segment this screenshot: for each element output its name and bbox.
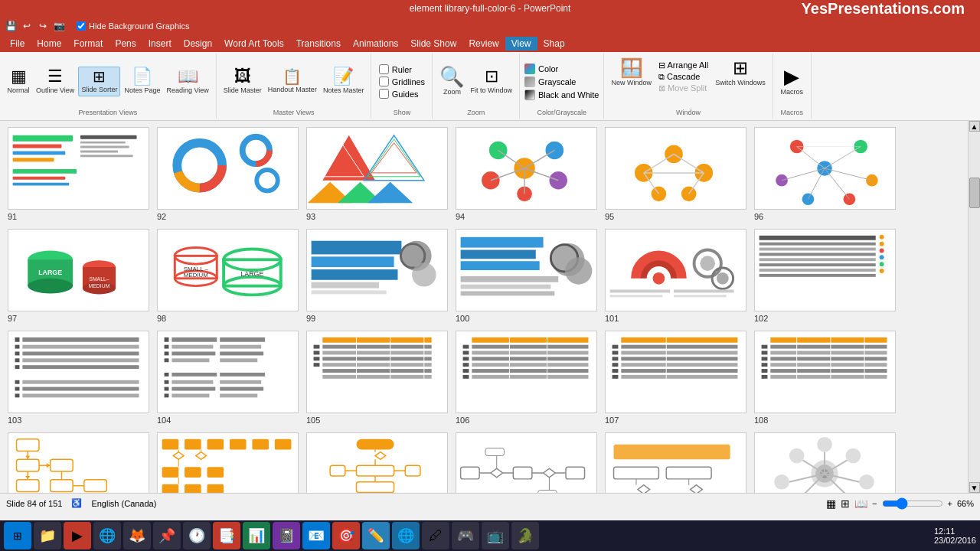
color-option[interactable]: Color	[524, 64, 599, 74]
scroll-down-btn[interactable]: ▼	[969, 482, 980, 493]
notes-master-btn[interactable]: 📝 Notes Master	[321, 67, 367, 96]
menu-design[interactable]: Design	[178, 37, 218, 51]
taskbar-extra2[interactable]: 📺	[482, 522, 509, 549]
slide-item-107[interactable]: 107	[605, 331, 746, 425]
slide-item-105[interactable]: 105	[306, 331, 448, 425]
slide-thumb-111[interactable]	[306, 432, 448, 493]
menu-animations[interactable]: Animations	[347, 37, 404, 51]
slide-thumb-109[interactable]	[8, 432, 149, 493]
slide-thumb-101[interactable]	[605, 229, 746, 311]
menu-wordart[interactable]: Word Art Tools	[218, 37, 290, 51]
slide-thumb-106[interactable]	[456, 331, 597, 413]
arrange-all-btn[interactable]: ⊟ Arrange All	[658, 60, 708, 70]
slide-item-104[interactable]: 104	[157, 331, 299, 425]
menu-home[interactable]: Home	[31, 37, 67, 51]
taskbar-ie[interactable]: 🌐	[392, 522, 420, 549]
taskbar-onenote[interactable]: 📓	[273, 522, 300, 549]
slide-thumb-105[interactable]	[306, 331, 448, 413]
slide-item-98[interactable]: SMALL – MEDIUM LARGE 98	[157, 229, 299, 323]
slide-thumb-92[interactable]	[157, 127, 299, 210]
menu-file[interactable]: File	[4, 37, 31, 51]
slide-item-108[interactable]: 108	[754, 331, 896, 425]
normal-view-btn[interactable]: ▦ Normal	[5, 67, 32, 96]
redo-btn[interactable]: ↪	[36, 19, 50, 33]
slide-item-94[interactable]: 94	[456, 127, 597, 221]
slide-thumb-98[interactable]: SMALL – MEDIUM LARGE	[157, 229, 299, 311]
slide-item-101[interactable]: 101	[605, 229, 746, 323]
guides-checkbox[interactable]: Guides	[379, 89, 425, 99]
taskbar-clock[interactable]: 🕐	[183, 522, 211, 549]
menu-format[interactable]: Format	[67, 37, 109, 51]
hide-bg-input[interactable]	[77, 21, 86, 31]
scrollbar[interactable]: ▲ ▼	[968, 121, 980, 493]
slide-item-103[interactable]: 103	[8, 331, 149, 425]
slide-thumb-91[interactable]	[8, 127, 149, 210]
taskbar-acrobat[interactable]: 📑	[213, 522, 240, 549]
slide-thumb-102[interactable]	[754, 229, 896, 311]
slide-thumb-114[interactable]	[754, 432, 896, 493]
zoom-slider-plus[interactable]: +	[948, 499, 952, 508]
taskbar-powerpoint[interactable]: ▶	[64, 522, 91, 549]
cascade-btn[interactable]: ⧉ Cascade	[658, 72, 708, 82]
taskbar-extra1[interactable]: 🎮	[452, 522, 479, 549]
slide-item-96[interactable]: 96	[754, 127, 896, 221]
slide-thumb-100[interactable]	[456, 229, 597, 311]
new-window-btn[interactable]: 🪟 New Window	[609, 57, 654, 89]
slide-thumb-99[interactable]	[306, 229, 448, 311]
taskbar-paint[interactable]: 🖊	[422, 522, 449, 549]
guides-input[interactable]	[379, 89, 389, 99]
reading-view-btn[interactable]: 📖 Reading View	[164, 67, 211, 96]
start-btn[interactable]: ⊞	[4, 522, 31, 549]
slide-item-100[interactable]: 100	[456, 229, 597, 323]
menu-transitions[interactable]: Transitions	[290, 37, 347, 51]
gridlines-input[interactable]	[379, 77, 389, 86]
fit-to-window-btn[interactable]: ⊡ Fit to Window	[468, 67, 514, 96]
zoom-slider[interactable]	[882, 499, 943, 508]
scroll-thumb[interactable]	[969, 178, 980, 208]
move-split-btn[interactable]: ⊠ Move Split	[658, 83, 708, 93]
menu-shape[interactable]: Shap	[537, 37, 571, 51]
slide-thumb-96[interactable]	[754, 127, 896, 210]
slide-sorter-status[interactable]: ⊞	[841, 497, 850, 510]
slide-item-110[interactable]: 110	[157, 432, 299, 493]
slide-thumb-113[interactable]	[605, 432, 746, 493]
scroll-up-btn[interactable]: ▲	[969, 121, 980, 132]
slide-item-111[interactable]: 111	[306, 432, 448, 493]
menu-review[interactable]: Review	[462, 37, 505, 51]
ruler-input[interactable]	[379, 64, 389, 74]
taskbar-word[interactable]: ✏️	[362, 522, 390, 549]
slide-item-99[interactable]: 99	[306, 229, 448, 323]
taskbar-outlook[interactable]: 📧	[302, 522, 330, 549]
slide-item-93[interactable]: 93	[306, 127, 448, 221]
menu-insert[interactable]: Insert	[142, 37, 178, 51]
slide-thumb-103[interactable]	[8, 331, 149, 413]
taskbar-excel[interactable]: 📊	[243, 522, 270, 549]
slide-item-113[interactable]: 113	[605, 432, 746, 493]
slide-item-109[interactable]: 109	[8, 432, 149, 493]
hide-bg-checkbox[interactable]: Hide Background Graphics	[77, 21, 189, 31]
slide-item-91[interactable]: 91	[8, 127, 149, 221]
slide-item-106[interactable]: 106	[456, 331, 597, 425]
grayscale-option[interactable]: Grayscale	[524, 77, 599, 87]
taskbar-firefox[interactable]: 🦊	[123, 522, 151, 549]
slide-thumb-110[interactable]	[157, 432, 299, 493]
menu-pens[interactable]: Pens	[109, 37, 142, 51]
slide-thumb-94[interactable]	[456, 127, 597, 210]
taskbar-chrome[interactable]: 🌐	[93, 522, 121, 549]
slide-thumb-97[interactable]: LARGE SMALL– MEDIUM	[8, 229, 149, 311]
undo-btn[interactable]: ↩	[20, 19, 34, 33]
quicksave-btn[interactable]: 📷	[52, 19, 66, 33]
slide-item-114[interactable]: 114	[754, 432, 896, 493]
taskbar-explorer[interactable]: 📁	[34, 522, 61, 549]
taskbar-extra3[interactable]: 🐊	[511, 522, 539, 549]
gridlines-checkbox[interactable]: Gridlines	[379, 77, 425, 86]
taskbar-ppt2[interactable]: 🎯	[332, 522, 360, 549]
slide-item-97[interactable]: LARGE SMALL– MEDIUM 97	[8, 229, 149, 323]
save-btn[interactable]: 💾	[4, 19, 18, 33]
slide-thumb-112[interactable]	[456, 432, 597, 493]
outline-view-btn[interactable]: ☰ Outline View	[34, 67, 77, 96]
slide-item-102[interactable]: 102	[754, 229, 896, 323]
switch-windows-btn[interactable]: ⊞ Switch Windows	[713, 57, 768, 89]
slide-master-btn[interactable]: 🖼 Slide Master	[221, 67, 264, 96]
slide-item-112[interactable]: 112	[456, 432, 597, 493]
